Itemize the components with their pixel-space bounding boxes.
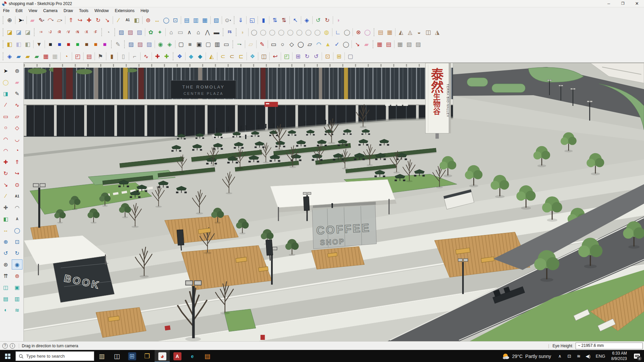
box-prop-icon[interactable]: ◫ (259, 52, 268, 61)
shape-circle-icon[interactable]: ○ (278, 40, 287, 49)
s4u-n-icon[interactable]: ↑N (72, 28, 82, 37)
red-pencil-icon[interactable]: ✎ (258, 40, 267, 49)
menu-help[interactable]: Help (138, 8, 152, 14)
move-snap-icon[interactable]: ↘ (353, 40, 362, 49)
rectangle-icon[interactable]: ▭ (1, 112, 11, 121)
shape-rect-icon[interactable]: ▭ (269, 40, 278, 49)
xray-icon[interactable]: ▤ (182, 16, 191, 25)
chevron-up-icon[interactable]: ∧ (555, 354, 565, 359)
3d-viewport[interactable]: THE ROMOLAY CENTRE PLAZA (23, 63, 644, 341)
paint-brown-icon[interactable]: ■ (82, 40, 91, 49)
diamonds-icon[interactable]: ❖ (175, 52, 184, 61)
drop-spray-icon[interactable]: ◆ (196, 52, 205, 61)
toolbar-grip[interactable] (101, 28, 102, 36)
push-pull-icon[interactable]: ⇑ (12, 157, 22, 167)
sketchup-icon[interactable]: ◕ (155, 350, 170, 362)
store-icon[interactable]: ⊞ (124, 350, 140, 362)
file-explorer-icon[interactable]: ❒ (140, 350, 155, 362)
s4u-r-icon[interactable]: ↑R (54, 28, 63, 37)
soft-eraser-icon[interactable]: ▰ (362, 40, 371, 49)
follow-me-icon[interactable]: ↪ (12, 169, 22, 178)
cube-lavender-icon[interactable]: ◧ (14, 40, 23, 49)
mesh-red-2-icon[interactable]: ▤ (384, 40, 393, 49)
plugin-bowtie-icon[interactable]: ◈ (302, 16, 311, 25)
section-cuts-icon[interactable]: ▥ (12, 294, 22, 303)
taskbar-search[interactable] (15, 351, 94, 361)
loop-7-icon[interactable]: ◯ (313, 28, 322, 37)
dimensions-icon[interactable]: A1 (12, 191, 22, 201)
section-fill-icon[interactable]: ▣ (12, 283, 22, 292)
arc-icon[interactable]: ◠ (1, 134, 11, 144)
plugin-align-icon[interactable]: ⇓ (236, 16, 245, 25)
rotated-rectangle-icon[interactable]: ▱ (12, 112, 22, 121)
grid-plane-icon[interactable]: ▦ (50, 52, 59, 61)
stamp-icon[interactable]: ◬ (406, 28, 415, 37)
toolbar-grip[interactable] (3, 52, 3, 60)
plugin-updown-red-icon[interactable]: ⇅ (279, 16, 288, 25)
leather-blob-icon[interactable]: ◗ (238, 28, 247, 37)
zoom-extents-icon[interactable]: ⊡ (12, 237, 22, 246)
menu-file[interactable]: File (0, 8, 12, 14)
protractor-icon[interactable]: ◠ (12, 203, 22, 212)
drop-icon[interactable]: ◆ (186, 52, 196, 61)
section-display-icon[interactable]: ▤ (1, 294, 11, 303)
paint-magenta-icon[interactable]: ■ (100, 40, 109, 49)
plant-star-icon[interactable]: ✦ (155, 28, 164, 37)
hook-c-icon[interactable]: ⊂ (218, 52, 227, 61)
line-style-icon[interactable]: —▾ (235, 40, 244, 49)
box-solid-icon[interactable]: ■ (185, 40, 195, 49)
flip-plane-icon[interactable]: ◈ (5, 52, 14, 61)
pan-icon[interactable]: ↔ (153, 16, 162, 25)
mesh-gray-3-icon[interactable]: ▨ (414, 40, 423, 49)
polygon-icon[interactable]: ◇ (12, 123, 22, 132)
toolbar-grip[interactable] (114, 28, 115, 36)
dice-icon[interactable]: ⊞ (334, 52, 343, 61)
loop-6-icon[interactable]: ◯ (304, 28, 313, 37)
close-button[interactable]: ✕ (630, 0, 644, 7)
paint-bucket-icon[interactable]: ◧ (132, 16, 141, 25)
toolbar-grip[interactable] (124, 40, 125, 48)
orbit-icon[interactable]: ⊚ (144, 16, 153, 25)
arc-icon[interactable]: ◠▾ (46, 16, 55, 25)
box-open-icon[interactable]: ▢ (204, 40, 213, 49)
rotate-icon[interactable]: ↻ (94, 16, 103, 25)
wood-block-icon[interactable]: ▮ (107, 52, 116, 61)
3d-text-icon[interactable]: A (12, 214, 22, 224)
striped-panel-icon[interactable]: ▤ (85, 52, 94, 61)
path-corner-icon[interactable]: ∟ (333, 28, 342, 37)
plane-green-icon[interactable]: ▰ (32, 52, 41, 61)
paint-black-icon[interactable]: ■ (46, 40, 55, 49)
wifi-icon[interactable]: ≋ (574, 354, 583, 359)
edge-icon[interactable]: e (185, 350, 200, 362)
two-point-arc-icon[interactable]: ◡ (12, 134, 22, 144)
move-icon[interactable]: ✚ (1, 157, 11, 167)
shape-parallelogram-icon[interactable]: ▱ (305, 40, 314, 49)
menu-camera[interactable]: Camera (40, 8, 61, 14)
axes-icon[interactable]: ✚ (1, 203, 11, 212)
polyline-icon[interactable]: ✓ (332, 40, 341, 49)
menu-window[interactable]: Window (92, 8, 112, 14)
zoom-icon[interactable]: ◯ (12, 226, 22, 235)
freehand-icon[interactable]: ∿ (12, 100, 22, 110)
s4u-j-icon[interactable]: ↑J (45, 28, 54, 37)
wire-box-icon[interactable]: ▢ (346, 52, 355, 61)
mesh-gray-1-icon[interactable]: ▦ (395, 40, 405, 49)
plugin-arrow-icon[interactable]: ↖ (291, 16, 300, 25)
pan-icon[interactable]: ↔ (1, 226, 11, 235)
eraser-icon[interactable]: ▰ (12, 77, 22, 87)
shape-cone-icon[interactable]: ▲ (323, 40, 332, 49)
next-view-icon[interactable]: ↻ (12, 248, 22, 258)
search-input[interactable] (26, 354, 91, 359)
gem-box-icon[interactable]: ◈ (165, 40, 174, 49)
flip-edge-icon[interactable]: ◮ (433, 28, 442, 37)
text-icon[interactable]: A1 (123, 16, 132, 25)
lasso-icon[interactable]: ◯ (1, 77, 11, 87)
paint-green-icon[interactable]: ■ (73, 40, 82, 49)
shadows-icon[interactable]: ◐ (1, 305, 11, 315)
pencil-line-icon[interactable]: ✎ (12, 89, 22, 98)
loop-pink-icon[interactable]: ◯ (363, 28, 372, 37)
component-blue-icon[interactable]: ◪ (14, 28, 23, 37)
container-box-icon[interactable]: ▭ (176, 28, 185, 37)
speaker-icon[interactable]: ◀) (583, 354, 593, 359)
house-shed-icon[interactable]: ⌂ (167, 28, 176, 37)
